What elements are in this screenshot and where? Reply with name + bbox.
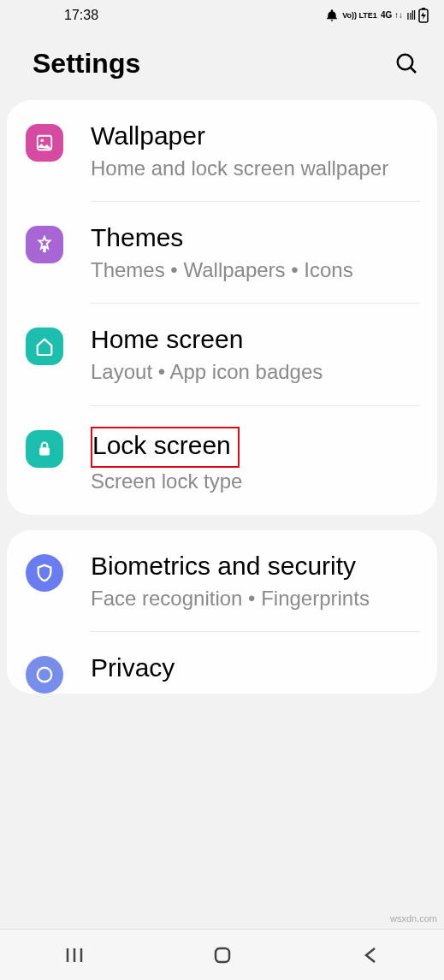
shield-icon — [26, 554, 63, 592]
setting-privacy[interactable]: Privacy — [7, 632, 437, 694]
home-button[interactable] — [210, 943, 234, 967]
watermark: wsxdn.com — [390, 913, 437, 924]
svg-rect-12 — [216, 948, 229, 962]
status-icons: Vo)) LTE1 4G ↑↓ ııll — [325, 8, 429, 23]
svg-rect-6 — [43, 246, 46, 252]
signal-icon: ııll — [406, 9, 415, 22]
status-bar: 17:38 Vo)) LTE1 4G ↑↓ ııll — [0, 0, 444, 31]
setting-subtitle: Home and lock screen wallpaper — [91, 155, 420, 181]
svg-rect-7 — [39, 447, 50, 455]
setting-themes[interactable]: Themes Themes • Wallpapers • Icons — [7, 202, 437, 304]
themes-icon — [26, 226, 63, 263]
settings-header: Settings — [0, 31, 444, 97]
setting-title: Wallpaper — [91, 121, 420, 151]
volte-icon: Vo)) LTE1 — [342, 12, 377, 20]
back-button[interactable] — [358, 943, 382, 967]
recents-button[interactable] — [62, 943, 86, 967]
svg-rect-1 — [422, 8, 425, 9]
settings-group-2: Biometrics and security Face recognition… — [7, 530, 437, 694]
setting-biometrics[interactable]: Biometrics and security Face recognition… — [7, 530, 437, 632]
highlight-box: Lock screen — [91, 427, 240, 468]
setting-title: Privacy — [91, 652, 420, 683]
search-button[interactable] — [394, 51, 420, 77]
setting-subtitle: Themes • Wallpapers • Icons — [91, 257, 420, 283]
setting-subtitle: Face recognition • Fingerprints — [91, 585, 420, 611]
page-title: Settings — [33, 48, 140, 80]
svg-point-2 — [398, 54, 413, 69]
settings-group-1: Wallpaper Home and lock screen wallpaper… — [7, 100, 437, 515]
setting-title: Lock screen — [92, 430, 231, 461]
wallpaper-icon — [26, 124, 63, 162]
privacy-icon — [26, 656, 63, 694]
alarm-icon — [325, 9, 339, 22]
setting-title: Biometrics and security — [91, 551, 420, 582]
status-time: 17:38 — [64, 8, 98, 23]
battery-icon — [418, 8, 429, 23]
home-icon — [26, 328, 63, 365]
setting-title: Themes — [91, 222, 420, 253]
setting-home-screen[interactable]: Home screen Layout • App icon badges — [7, 304, 437, 405]
svg-point-8 — [38, 668, 52, 682]
lock-icon — [26, 430, 63, 468]
setting-subtitle: Layout • App icon badges — [91, 358, 420, 385]
setting-lock-screen[interactable]: Lock screen Screen lock type — [7, 406, 437, 515]
network-icon: 4G ↑↓ — [381, 11, 403, 20]
setting-subtitle: Screen lock type — [91, 468, 420, 494]
setting-wallpaper[interactable]: Wallpaper Home and lock screen wallpaper — [7, 100, 437, 202]
svg-line-3 — [411, 67, 416, 72]
search-icon — [394, 51, 420, 77]
svg-point-5 — [40, 139, 44, 142]
setting-title: Home screen — [91, 324, 420, 355]
navigation-bar — [0, 929, 444, 980]
